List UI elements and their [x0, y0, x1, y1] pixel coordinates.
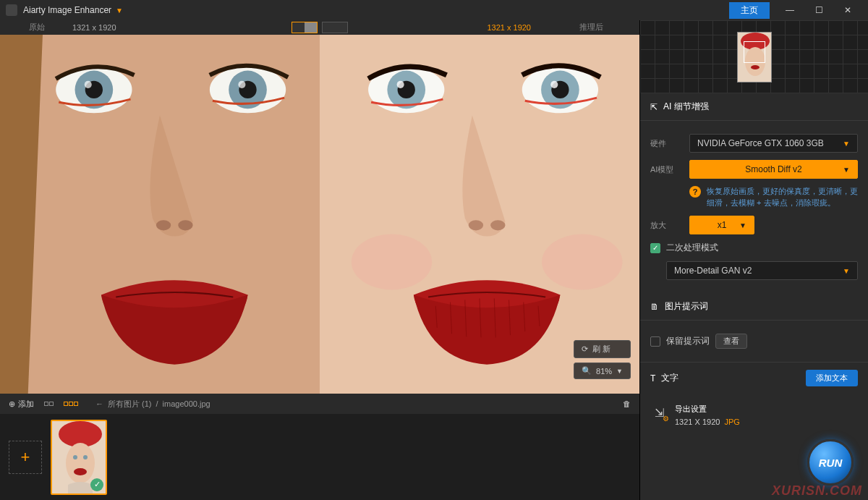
- export-panel: ⇲ ⚙ 导出设置 1321 X 1920JPG RUN: [639, 394, 868, 500]
- view-split-button[interactable]: [292, 22, 318, 33]
- grid-view-button[interactable]: [44, 402, 54, 406]
- thumbnail-item[interactable]: ✓: [51, 420, 107, 495]
- preview-images[interactable]: ⟳刷 新 🔍81%▼: [0, 35, 639, 394]
- home-button[interactable]: 主页: [729, 2, 770, 19]
- svg-point-30: [66, 443, 95, 483]
- chevron-down-icon[interactable]: ▼: [116, 7, 123, 14]
- svg-point-3: [85, 81, 103, 98]
- plus-icon: ⊕: [9, 399, 15, 409]
- svg-point-6: [229, 70, 267, 109]
- svg-point-7: [239, 81, 256, 98]
- chevron-down-icon: ▼: [739, 221, 746, 229]
- navigator-thumbnail[interactable]: [737, 32, 772, 82]
- zoom-control[interactable]: 🔍81%▼: [574, 363, 631, 379]
- svg-rect-0: [0, 35, 320, 394]
- label-after: 推理后: [579, 22, 603, 33]
- chevron-down-icon: ▼: [843, 166, 850, 174]
- trash-button[interactable]: 🗑: [623, 399, 631, 408]
- model-select[interactable]: Smooth Diff v2▼: [689, 160, 858, 179]
- label-original: 原始: [29, 22, 45, 33]
- close-button[interactable]: ✕: [833, 0, 862, 20]
- document-icon: 🗎: [650, 302, 659, 312]
- svg-point-10: [178, 220, 192, 230]
- keep-prompt-label: 保留提示词: [666, 335, 710, 347]
- secondary-label: 二次处理模式: [666, 242, 718, 254]
- add-button[interactable]: ⊕添加: [9, 399, 34, 410]
- svg-point-4: [85, 81, 92, 88]
- preview-header: 原始 1321 x 1920 1321 x 1920 推理后: [0, 20, 639, 35]
- svg-point-9: [156, 220, 171, 230]
- scale-select[interactable]: x1▼: [689, 216, 754, 234]
- image-original: [0, 35, 320, 394]
- breadcrumb-file: image000.jpg: [163, 399, 210, 408]
- text-icon: T: [650, 373, 655, 384]
- help-icon[interactable]: ?: [689, 186, 701, 198]
- preview-pane: 原始 1321 x 1920 1321 x 1920 推理后: [0, 20, 639, 394]
- export-header: 导出设置: [675, 404, 740, 415]
- gear-icon: ⚙: [663, 415, 669, 423]
- text-header: 文字: [661, 372, 678, 384]
- add-image-tile[interactable]: +: [9, 441, 42, 474]
- zoom-icon: 🔍: [582, 366, 592, 376]
- app-icon: [6, 4, 17, 16]
- model-label: AI模型: [650, 164, 682, 175]
- svg-point-23: [542, 234, 622, 289]
- chevron-down-icon: ▼: [843, 267, 850, 275]
- view-single-button[interactable]: [322, 22, 348, 33]
- svg-point-31: [73, 455, 77, 459]
- svg-point-1: [56, 66, 132, 113]
- svg-point-22: [352, 234, 432, 289]
- svg-point-27: [751, 65, 760, 69]
- svg-point-8: [238, 81, 245, 88]
- side-panel: ⇱ AI 细节增强 硬件 NVIDIA GeForce GTX 1060 3GB…: [639, 20, 868, 394]
- run-button[interactable]: RUN: [807, 439, 854, 486]
- export-icon: ⇲ ⚙: [650, 404, 668, 421]
- thumbnail-area: ⊕添加 ← 所有图片 (1) / image000.jpg 🗑 + ✓: [0, 394, 639, 500]
- secondary-model-select[interactable]: More-Detail GAN v2▼: [666, 261, 858, 280]
- check-icon: ✓: [90, 478, 103, 491]
- list-view-button[interactable]: [64, 402, 78, 406]
- svg-point-5: [210, 66, 286, 113]
- svg-point-20: [469, 220, 483, 230]
- breadcrumb: ← 所有图片 (1) / image000.jpg: [95, 399, 210, 410]
- secondary-checkbox[interactable]: [650, 243, 660, 253]
- hardware-label: 硬件: [650, 138, 682, 149]
- thumbnail-toolbar: ⊕添加 ← 所有图片 (1) / image000.jpg 🗑: [0, 394, 639, 414]
- add-text-button[interactable]: 添加文本: [806, 370, 858, 386]
- chevron-down-icon: ▼: [843, 140, 850, 148]
- svg-point-32: [83, 455, 88, 459]
- enhance-icon: ⇱: [650, 102, 658, 112]
- chevron-down-icon: ▼: [616, 368, 623, 375]
- navigator[interactable]: [640, 20, 868, 93]
- svg-point-21: [490, 220, 505, 230]
- app-title: Aiarty Image Enhancer: [23, 5, 111, 15]
- scale-label: 放大: [650, 220, 682, 231]
- view-prompt-button[interactable]: 查看: [715, 334, 747, 349]
- section-detail-enhance: ⇱ AI 细节增强: [640, 93, 868, 121]
- refresh-icon: ⟳: [582, 344, 588, 354]
- maximize-button[interactable]: ☐: [804, 0, 833, 20]
- dimensions-original: 1321 x 1920: [72, 23, 116, 32]
- hardware-select[interactable]: NVIDIA GeForce GTX 1060 3GB▼: [689, 134, 858, 153]
- chevron-left-icon[interactable]: ←: [95, 399, 103, 408]
- breadcrumb-folder[interactable]: 所有图片 (1): [108, 399, 152, 410]
- svg-point-15: [397, 81, 404, 88]
- export-details: 1321 X 1920JPG: [675, 418, 740, 426]
- keep-prompt-checkbox[interactable]: [650, 336, 660, 347]
- section-prompt: 🗎 图片提示词: [640, 293, 868, 321]
- svg-point-19: [550, 81, 558, 88]
- refresh-button[interactable]: ⟳刷 新: [574, 340, 631, 358]
- dimensions-result: 1321 x 1920: [487, 23, 531, 32]
- svg-point-2: [75, 70, 114, 109]
- titlebar: Aiarty Image Enhancer ▼ 主页 ― ☐ ✕: [0, 0, 868, 20]
- minimize-button[interactable]: ―: [775, 0, 804, 20]
- model-hint: 恢复原始画质，更好的保真度，更清晰，更细滑，去模糊 + 去噪点，消除瑕疵。: [707, 186, 858, 208]
- svg-point-33: [74, 468, 87, 475]
